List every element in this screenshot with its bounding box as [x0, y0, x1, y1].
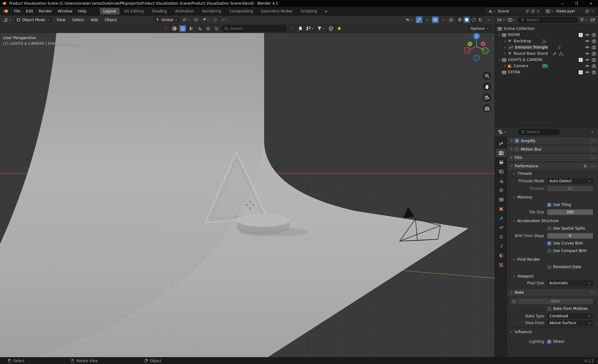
- display-settings-dropdown[interactable]: [306, 25, 315, 32]
- workspace-tab-scripting[interactable]: Scripting: [297, 8, 320, 15]
- outliner-row-camera[interactable]: Camera: [495, 63, 598, 69]
- menu-file[interactable]: File: [11, 8, 23, 14]
- tab-modifiers[interactable]: [496, 214, 506, 222]
- bake-button[interactable]: Bake: [518, 298, 593, 304]
- workspace-tab-uv-editing[interactable]: UV Editing: [121, 8, 147, 15]
- asset-dropdown-chevron[interactable]: [163, 25, 169, 32]
- disable-render-icon[interactable]: [592, 52, 596, 55]
- outliner-row-emission-triangle[interactable]: Emission Triangle: [495, 44, 598, 50]
- toggle-xray[interactable]: [448, 16, 455, 23]
- close-button[interactable]: ✕: [584, 0, 598, 7]
- outliner-row-extra[interactable]: EXTRA: [495, 69, 598, 75]
- subpanel-acceleration-structure[interactable]: Acceleration Structure: [507, 217, 598, 225]
- hide-eye-icon[interactable]: [585, 64, 590, 68]
- subpanel-final-render[interactable]: Final Render: [507, 256, 598, 263]
- snap-settings-dropdown[interactable]: [201, 16, 210, 23]
- shading-rendered[interactable]: [477, 16, 484, 23]
- hide-eye-icon[interactable]: [585, 45, 590, 49]
- properties-editor-type-button[interactable]: [497, 129, 507, 135]
- new-collection-button[interactable]: [590, 17, 596, 23]
- subpanel-influence[interactable]: Influence: [507, 328, 598, 336]
- overlays-dropdown[interactable]: [440, 16, 447, 23]
- workspace-tab-shading[interactable]: Shading: [148, 8, 170, 15]
- preset-menu-icon[interactable]: [584, 164, 595, 168]
- view-from-dropdown[interactable]: Above Surface: [547, 320, 593, 326]
- outliner-search-box[interactable]: [518, 17, 578, 23]
- tab-constraints[interactable]: [496, 233, 506, 241]
- add-workspace-button[interactable]: +: [322, 9, 330, 14]
- snap-toggle-magnet-icon[interactable]: [193, 16, 199, 23]
- outliner-row-round-base-stand[interactable]: Round Base Stand: [495, 50, 598, 57]
- use-compact-bvh-checkbox[interactable]: [547, 249, 551, 253]
- tab-object[interactable]: [496, 205, 506, 213]
- persistent-data-checkbox[interactable]: [547, 265, 551, 269]
- show-overlays-toggle[interactable]: [432, 16, 439, 23]
- blender-menu-icon[interactable]: [3, 9, 9, 13]
- motion-blur-checkbox[interactable]: [515, 147, 519, 151]
- asset-filter-scene-button[interactable]: [196, 25, 203, 32]
- asset-filter-brush-button[interactable]: [213, 25, 220, 32]
- tab-view-layer[interactable]: [496, 167, 506, 176]
- hide-eye-icon[interactable]: [585, 58, 590, 62]
- copy-scene-icon[interactable]: [531, 9, 535, 13]
- panel-simplify[interactable]: Simplify: [507, 137, 598, 145]
- disable-render-icon[interactable]: [592, 45, 596, 49]
- outliner-row-backdrop[interactable]: Backdrop: [495, 38, 598, 44]
- properties-options-chevron[interactable]: [589, 129, 596, 135]
- menu-help[interactable]: Help: [75, 8, 89, 14]
- disable-render-icon[interactable]: [592, 33, 596, 37]
- hide-eye-icon[interactable]: [585, 39, 590, 43]
- tab-material[interactable]: [496, 251, 506, 260]
- bake-from-multires-checkbox[interactable]: [547, 307, 551, 311]
- pivot-point-dropdown[interactable]: [182, 16, 191, 23]
- panel-bake[interactable]: Bake: [507, 288, 598, 296]
- bvh-time-steps-field[interactable]: 0: [547, 233, 593, 239]
- shading-wireframe[interactable]: [457, 16, 463, 23]
- expand-chevron-icon[interactable]: [502, 52, 507, 55]
- drag-grip[interactable]: [591, 291, 595, 294]
- tab-scene[interactable]: [496, 177, 506, 185]
- simplify-checkbox[interactable]: [515, 139, 519, 143]
- outliner-viewlayer-icon[interactable]: [507, 17, 516, 23]
- asset-search-box[interactable]: [221, 25, 287, 32]
- menu-object[interactable]: Object: [102, 17, 119, 23]
- viewlayer-selector[interactable]: ViewLayer ✕: [544, 8, 596, 14]
- show-gizmo-toggle[interactable]: [416, 16, 422, 23]
- proportional-falloff-dropdown[interactable]: [220, 16, 229, 23]
- remove-viewlayer-icon[interactable]: ✕: [591, 9, 594, 13]
- collection-checkbox[interactable]: [579, 70, 583, 74]
- menu-view[interactable]: View: [54, 17, 68, 23]
- bookmark-icon[interactable]: [297, 25, 304, 32]
- asset-filter-model-button[interactable]: [179, 25, 186, 32]
- outliner-filter-dropdown[interactable]: [579, 17, 588, 23]
- navigation-gizmo[interactable]: Z Y X: [462, 33, 491, 65]
- pan-hand-button[interactable]: [483, 82, 491, 91]
- hide-eye-icon[interactable]: [585, 70, 590, 74]
- panel-performance[interactable]: Performance: [507, 162, 598, 170]
- asset-expand-chevron[interactable]: [289, 25, 295, 32]
- menu-add[interactable]: Add: [88, 17, 100, 23]
- filter-funnel-dropdown[interactable]: [317, 25, 326, 32]
- use-spatial-splits-checkbox[interactable]: [547, 226, 551, 231]
- shading-dropdown[interactable]: [486, 16, 492, 23]
- minimize-button[interactable]: ─: [555, 0, 569, 7]
- subpanel-threads[interactable]: Threads: [507, 170, 598, 177]
- gizmo-dropdown[interactable]: [424, 16, 430, 23]
- outliner-row-room[interactable]: ROOM: [495, 32, 598, 38]
- mode-selector[interactable]: Object Mode: [14, 16, 52, 23]
- outliner-row-lights-camera[interactable]: LIGHTS & CAMERA: [495, 57, 598, 63]
- workspace-tab-geometry-nodes[interactable]: Geometry Nodes: [258, 8, 296, 15]
- hide-eye-icon[interactable]: [585, 52, 590, 55]
- zoom-button[interactable]: [483, 72, 491, 80]
- expand-chevron-icon[interactable]: [502, 46, 507, 49]
- use-tiling-checkbox[interactable]: [547, 203, 551, 207]
- menu-edit[interactable]: Edit: [23, 8, 36, 14]
- sidebar-collapse-icon[interactable]: ‹: [492, 35, 494, 40]
- panel-motion-blur[interactable]: Motion Blur: [507, 145, 598, 153]
- drag-grip[interactable]: [591, 139, 595, 142]
- camera-view-button[interactable]: [483, 93, 491, 102]
- outliner-row-scene-collection[interactable]: Scene Collection: [495, 26, 598, 32]
- tab-output[interactable]: [496, 158, 506, 166]
- tile-size-field[interactable]: 200: [547, 209, 593, 215]
- threads-mode-dropdown[interactable]: Auto-Detect: [547, 178, 593, 184]
